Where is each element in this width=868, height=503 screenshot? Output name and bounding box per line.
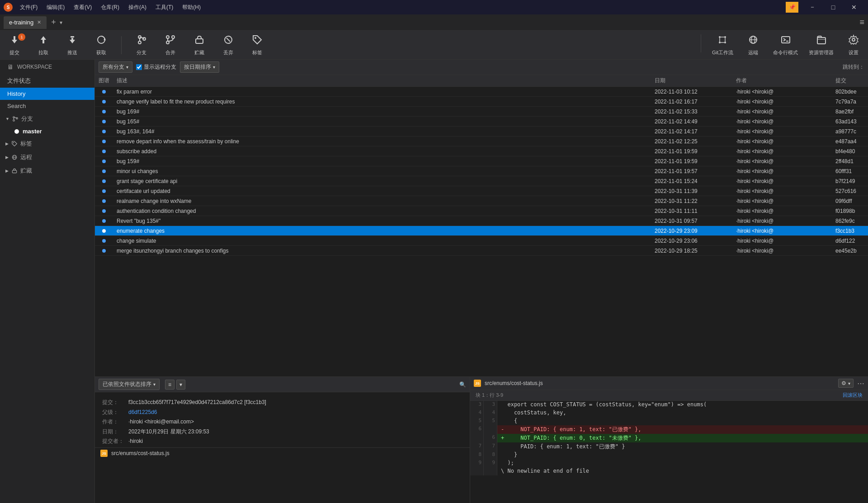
commit-row[interactable]: bug 165#2022-11-02 14:49·hiroki <hiroki@… — [95, 117, 868, 127]
toolbar-push[interactable]: 推送 — [63, 34, 81, 56]
toolbar-merge[interactable]: 合并 — [161, 34, 179, 56]
stash-section-icon — [11, 168, 18, 174]
sidebar: 🖥 WORKSPACE 文件状态 History Search ▼ 分支 mas — [0, 60, 95, 503]
diff-new-num: 7 — [484, 442, 497, 451]
branch-filter-dropdown[interactable]: 所有分支 ▾ — [99, 61, 132, 73]
commit-author: ·hiroki <hiroki@ — [732, 128, 832, 135]
diff-more-icon[interactable]: ⋯ — [857, 379, 864, 388]
pin-button[interactable]: 📌 — [786, 2, 798, 13]
commit-graph-cell — [95, 150, 113, 153]
show-remote-checkbox[interactable] — [136, 64, 142, 70]
commit-row[interactable]: change simulate2022-10-29 23:06·hiroki <… — [95, 236, 868, 246]
commit-date: 2022-11-01 19:57 — [651, 168, 732, 174]
graph-dot — [102, 169, 106, 173]
graph-dot — [102, 90, 106, 94]
commit-row[interactable]: bug 159#2022-11-01 19:59·hiroki <hiroki@… — [95, 156, 868, 166]
maximize-button[interactable]: □ — [823, 0, 844, 14]
graph-dot — [102, 249, 106, 253]
settings-label: 设置 — [849, 49, 859, 56]
hamburger-menu[interactable]: ≡ — [859, 18, 864, 27]
file-list-item-0[interactable]: JS src/enums/cost-status.js — [95, 447, 470, 459]
toolbar-commit[interactable]: 1 提交 — [5, 34, 24, 56]
menu-view[interactable]: 查看(V) — [70, 2, 95, 13]
fetch-icon — [96, 34, 107, 47]
show-remote-checkbox-label[interactable]: 显示远程分支 — [136, 63, 176, 71]
tab-close-icon[interactable]: ✕ — [37, 19, 41, 25]
commit-row[interactable]: remove depart info when the assess/train… — [95, 136, 868, 146]
tags-section-label: 标签 — [20, 140, 32, 148]
commit-row[interactable]: Revert "bug 135#"2022-10-31 09:57·hiroki… — [95, 216, 868, 226]
commit-author: ·hiroki <hiroki@ — [732, 198, 832, 204]
menu-action[interactable]: 操作(A) — [125, 2, 150, 13]
commit-label: 提交 — [9, 49, 19, 56]
menu-help[interactable]: 帮助(H) — [179, 2, 204, 13]
toolbar-tag[interactable]: 标签 — [248, 34, 266, 56]
sidebar-item-filestatus[interactable]: 文件状态 — [0, 74, 94, 88]
stash-section-header[interactable]: ▶ 贮藏 — [0, 164, 94, 178]
commit-row[interactable]: change verify label to fit the new produ… — [95, 97, 868, 107]
parent-hash-link[interactable]: d6df1225d6 — [128, 408, 157, 418]
toolbar-discard[interactable]: 丢弃 — [219, 34, 237, 56]
toolbar-terminal[interactable]: 命令行模式 — [773, 34, 798, 56]
toolbar-fetch[interactable]: 获取 — [92, 34, 110, 56]
diff-settings-dropdown[interactable]: ⚙ ▾ — [838, 379, 854, 388]
svg-point-21 — [724, 36, 726, 38]
diff-line-content: costStatus, key, — [497, 409, 868, 417]
commit-hash-row: 提交： f3cc1b3ccb65f7f717e4929ed0d47212ca86… — [102, 398, 462, 408]
commit-detail-content: 提交： f3cc1b3ccb65f7f717e4929ed0d47212ca86… — [95, 392, 470, 447]
toolbar-stash[interactable]: 贮藏 — [190, 34, 208, 56]
close-button[interactable]: ✕ — [844, 0, 864, 14]
diff-line-context: \ No newline at end of file — [470, 467, 868, 475]
branch-item-master[interactable]: master — [0, 126, 94, 137]
toolbar-remote[interactable]: 远端 — [744, 34, 762, 56]
toolbar-explorer[interactable]: 资源管理器 — [809, 34, 834, 56]
commit-row[interactable]: authentication condition changed2022-10-… — [95, 206, 868, 216]
sort-files-dropdown[interactable]: 已依照文件状态排序 ▾ — [99, 379, 160, 390]
commit-date: 2022-11-01 15:24 — [651, 178, 732, 184]
tab-menu-icon[interactable]: ▾ — [60, 19, 62, 26]
graph-dot — [102, 160, 106, 163]
commit-date: 2022-10-31 09:57 — [651, 218, 732, 224]
commit-row[interactable]: minor ui changes2022-11-01 19:57·hiroki … — [95, 166, 868, 176]
commit-row[interactable]: grant stage certificate api2022-11-01 15… — [95, 176, 868, 186]
branch-section-header[interactable]: ▼ 分支 — [0, 112, 94, 126]
tags-section-header[interactable]: ▶ 标签 — [0, 137, 94, 150]
commit-row[interactable]: bug 163#, 164#2022-11-02 14:17·hiroki <h… — [95, 127, 868, 136]
diff-line-added: 6+ NOT_PAID: { enum: 0, text: "未缴费" }, — [470, 434, 868, 442]
sidebar-item-search[interactable]: Search — [0, 100, 94, 112]
commit-row[interactable]: bug 169#2022-11-02 15:33·hiroki <hiroki@… — [95, 107, 868, 117]
toolbar-gitflow[interactable]: Git工作流 — [712, 34, 733, 56]
search-commits-icon[interactable]: 🔍 — [459, 381, 466, 388]
view-toggle-dropdown[interactable]: ▾ — [176, 380, 185, 390]
commit-row[interactable]: merge itsunzhongyi branch changes to con… — [95, 246, 868, 256]
svg-point-22 — [719, 42, 721, 43]
menu-repo[interactable]: 仓库(R) — [97, 2, 123, 13]
menu-tools[interactable]: 工具(T) — [152, 2, 177, 13]
workspace-label: WORKSPACE — [17, 64, 52, 70]
new-tab-button[interactable]: + ▾ — [47, 18, 66, 27]
sort-dropdown[interactable]: 按日期排序 ▾ — [180, 61, 219, 73]
diff-old-num: 8 — [470, 451, 484, 459]
view-toggle-list[interactable]: ≡ — [165, 380, 175, 390]
menu-file[interactable]: 文件(F) — [16, 2, 41, 13]
remote-section-header[interactable]: ▶ 远程 — [0, 150, 94, 164]
toolbar-branch[interactable]: 分支 — [132, 34, 151, 56]
sidebar-item-history[interactable]: History — [0, 88, 94, 100]
commit-row[interactable]: realname change into wxName2022-10-31 11… — [95, 196, 868, 206]
toolbar-settings[interactable]: 设置 — [844, 34, 863, 56]
diff-new-num — [484, 467, 497, 475]
menu-edit[interactable]: 编辑(E) — [43, 2, 68, 13]
graph-dot — [102, 130, 106, 133]
commit-date: 2022-11-02 14:17 — [651, 128, 732, 135]
toolbar-pull[interactable]: 拉取 — [34, 34, 52, 56]
commit-row[interactable]: certifacate url updated2022-10-31 11:39·… — [95, 186, 868, 196]
commit-row[interactable]: fix param error2022-11-03 10:12·hiroki <… — [95, 87, 868, 97]
bottom-split: 已依照文件状态排序 ▾ ≡ ▾ 🔍 提交： f3cc1b3ccb65f7f717… — [95, 376, 868, 503]
commit-date: 2022-11-01 19:59 — [651, 148, 732, 155]
commit-row[interactable]: subscribe added2022-11-01 19:59·hiroki <… — [95, 146, 868, 156]
commit-row[interactable]: enumerate changes2022-10-29 23:09·hiroki… — [95, 226, 868, 236]
tab-etraining[interactable]: e-training ✕ — [4, 16, 47, 29]
minimize-button[interactable]: － — [802, 0, 823, 14]
rollback-block-btn[interactable]: 回滚区块 — [843, 392, 863, 399]
graph-dot — [102, 120, 106, 123]
